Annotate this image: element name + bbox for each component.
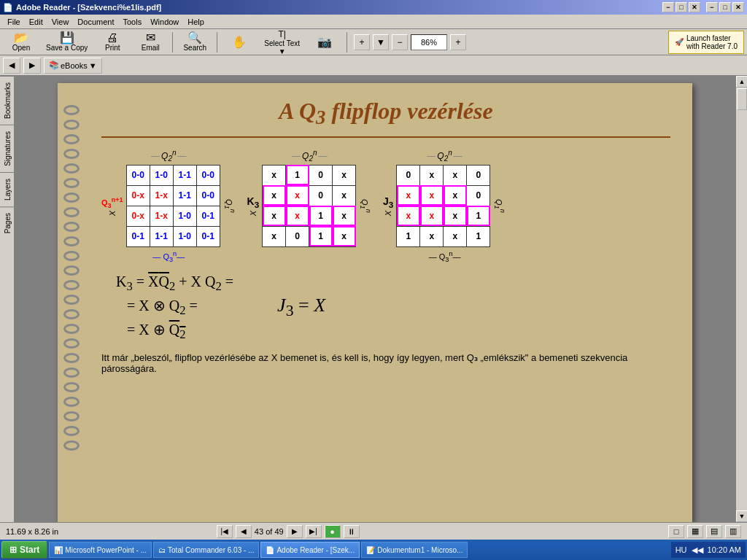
taskbar-item-totalcommander[interactable]: 🗂 Total Commander 6.03 - ...: [153, 542, 259, 558]
launch-icon: 🚀: [675, 38, 684, 46]
inner-maximize-button[interactable]: □: [676, 2, 687, 12]
back-button[interactable]: ◀: [3, 58, 20, 74]
kmap2-cell-11: x: [286, 185, 309, 206]
kmap3-cell-23: 1: [467, 206, 490, 226]
scroll-thumb[interactable]: [737, 88, 747, 110]
snapshot-button[interactable]: 📷: [306, 31, 343, 54]
menu-tools[interactable]: Tools: [119, 16, 147, 28]
main-toolbar: 📂 Open 💾 Save a Copy 🖨 Print ✉ Email 🔍 S…: [0, 29, 747, 55]
kmap3-cell-12: x: [444, 185, 467, 206]
print-icon: 🖨: [107, 32, 118, 44]
pdf-area[interactable]: A Q3 flipflop vezérlése — Q2n —: [15, 76, 735, 522]
start-button[interactable]: ⊞ Start: [1, 541, 47, 559]
menu-help[interactable]: Help: [183, 16, 209, 28]
pause-button[interactable]: ⏸: [344, 525, 360, 538]
last-page-button[interactable]: ▶|: [306, 525, 322, 538]
hand-icon: ✋: [232, 36, 247, 48]
zoom-increase-button[interactable]: +: [450, 34, 466, 50]
separator-3: [347, 32, 347, 52]
kmap2-cell-13: x: [333, 185, 356, 206]
pages-tab[interactable]: Pages: [0, 206, 14, 239]
zoom-decrease-button[interactable]: −: [392, 34, 408, 50]
kmap1-cell-21: 1-x: [150, 206, 173, 226]
kmap1-cell-33: 0-1: [196, 226, 220, 246]
maximize-button[interactable]: □: [719, 2, 731, 12]
taskbar-item-powerpoint[interactable]: 📊 Microsoft PowerPoint - ...: [49, 542, 152, 558]
ebooks-dropdown[interactable]: ▼: [89, 61, 97, 70]
page-navigation: |◀ ◀ 43 of 49 ▶ ▶| ● ⏸: [217, 525, 360, 538]
scroll-track[interactable]: [736, 88, 747, 510]
kmap2-cell-32: 1: [309, 226, 333, 246]
taskbar-label-word: Dokumentum1 - Microso...: [377, 546, 462, 554]
lang-indicator: HU: [676, 545, 687, 554]
select-text-dropdown[interactable]: ▼: [279, 47, 286, 55]
camera-icon: 📷: [317, 36, 332, 48]
zoom-dropdown-button[interactable]: ▼: [373, 34, 389, 50]
menu-view[interactable]: View: [47, 16, 74, 28]
page-dimensions: 11.69 x 8.26 in: [6, 527, 58, 536]
status-icon-3[interactable]: ▤: [706, 525, 722, 538]
save-copy-button[interactable]: 💾 Save a Copy: [41, 31, 93, 54]
formula-k3: K3 = XQ2 + X Q2 = = X ⊗ Q2 = = X ⊕ Q2: [116, 271, 233, 345]
title-bar-text: Adobe Reader - [Szekvenci%e1lis.pdf]: [16, 3, 662, 12]
kmap3-grid: 0 x x 0 x x x 0: [396, 165, 490, 247]
search-icon: 🔍: [187, 32, 202, 44]
print-button[interactable]: 🖨 Print: [94, 31, 131, 54]
zoom-in-button[interactable]: +: [354, 34, 370, 50]
hand-tool-button[interactable]: ✋: [221, 31, 258, 54]
menu-window[interactable]: Window: [146, 16, 183, 28]
taskbar-label-powerpoint: Microsoft PowerPoint - ...: [65, 546, 147, 554]
taskbar-item-word[interactable]: 📝 Dokumentum1 - Microso...: [361, 542, 468, 558]
launch-faster-button[interactable]: 🚀 Launch fasterwith Reader 7.0: [668, 31, 744, 54]
kmap3-cell-21: x: [420, 206, 444, 226]
close-button[interactable]: ✕: [732, 2, 744, 12]
scroll-down-button[interactable]: ▼: [736, 510, 747, 522]
menu-file[interactable]: File: [3, 16, 25, 28]
menu-bar: File Edit View Document Tools Window Hel…: [0, 15, 747, 29]
open-button[interactable]: 📂 Open: [3, 31, 39, 54]
title-bar-icon: 📄: [3, 3, 13, 12]
status-icon-4[interactable]: ▥: [725, 525, 741, 538]
select-text-label: Select Text: [264, 39, 300, 47]
bookmarks-tab[interactable]: Bookmarks: [0, 76, 14, 125]
signatures-tab[interactable]: Signatures: [0, 125, 14, 172]
forward-button[interactable]: ▶: [23, 58, 41, 74]
email-button[interactable]: ✉ Email: [132, 31, 169, 54]
inner-close-button[interactable]: ✕: [689, 2, 700, 12]
first-page-button[interactable]: |◀: [217, 525, 233, 538]
inner-minimize-button[interactable]: −: [662, 2, 674, 12]
pdf-page: A Q3 flipflop vezérlése — Q2n —: [58, 83, 692, 522]
select-text-button[interactable]: T| Select Text ▼: [259, 31, 305, 54]
ebooks-icon: 📚: [49, 61, 59, 70]
kmap1-cell-01: 1-0: [150, 165, 173, 185]
play-button[interactable]: ●: [325, 525, 341, 538]
kmap3-cell-30: 1: [397, 226, 420, 246]
menu-edit[interactable]: Edit: [25, 16, 47, 28]
page-info: 43 of 49: [255, 527, 284, 536]
taskbar-item-adobereader[interactable]: 📄 Adobe Reader - [Szek...: [260, 542, 360, 558]
email-icon: ✉: [146, 32, 155, 44]
zoom-input[interactable]: [411, 34, 447, 50]
status-icon-2[interactable]: ▦: [687, 525, 703, 538]
vertical-scrollbar[interactable]: ▲ ▼: [735, 76, 747, 522]
prev-page-button[interactable]: ◀: [236, 525, 252, 538]
scroll-up-button[interactable]: ▲: [736, 76, 747, 88]
kmap3-cell-32: x: [444, 226, 467, 246]
kmap3-cell-20: x: [397, 206, 420, 226]
sidebar-tabs: Bookmarks Signatures Layers Pages: [0, 76, 15, 522]
next-page-button[interactable]: ▶: [287, 525, 303, 538]
description-text: Itt már „beleszól„ flipflop vezérlésébe …: [101, 352, 670, 374]
minimize-button[interactable]: −: [706, 2, 718, 12]
layers-tab[interactable]: Layers: [0, 172, 14, 206]
taskbar-label-totalcommander: Total Commander 6.03 - ...: [168, 546, 254, 554]
status-bar: 11.69 x 8.26 in |◀ ◀ 43 of 49 ▶ ▶| ● ⏸ □…: [0, 522, 747, 540]
kmap1-cell-03: 0-0: [196, 165, 220, 185]
expand-tray-button[interactable]: ◀◀: [692, 545, 703, 555]
search-button[interactable]: 🔍 Search: [177, 31, 213, 54]
main-content: Bookmarks Signatures Layers Pages A Q3 f…: [0, 76, 747, 522]
status-icon-1[interactable]: □: [668, 525, 684, 538]
kmap1-grid: 0-0 1-0 1-1 0-0 0-x 1-x 1-1: [126, 165, 220, 247]
menu-document[interactable]: Document: [73, 16, 118, 28]
save-copy-label: Save a Copy: [46, 44, 88, 52]
ebooks-button[interactable]: 📚 eBooks ▼: [44, 58, 102, 74]
